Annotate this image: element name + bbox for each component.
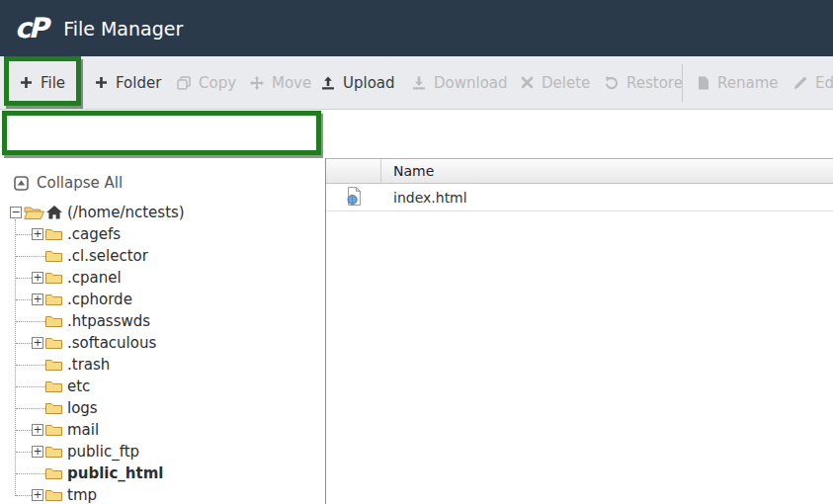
collapse-all-button[interactable]: Collapse All: [14, 174, 123, 192]
download-label: Download: [434, 74, 508, 92]
delete-x-icon: [521, 76, 534, 89]
new-file-button[interactable]: File: [20, 56, 65, 109]
move-label: Move: [272, 74, 311, 92]
file-list-panel: Name index.html: [325, 158, 833, 504]
open-folder-icon: [24, 206, 44, 219]
tree-item-label: mail: [67, 421, 99, 439]
folder-tree: −(/home/nctests)+.cagefs.cl.selector+.cp…: [0, 202, 325, 504]
copy-button[interactable]: Copy: [177, 56, 236, 109]
expand-node-icon[interactable]: +: [32, 272, 43, 284]
folder-icon: [45, 293, 62, 305]
top-bar: cP File Manager: [0, 0, 833, 56]
delete-button[interactable]: Delete: [521, 56, 590, 109]
folder-icon: [45, 379, 62, 392]
page-title: File Manager: [63, 18, 183, 40]
tree-item-label: .cl.selector: [67, 247, 148, 265]
address-row: Go Home Up One Level Back Forward Reload…: [0, 110, 833, 158]
tree-item-label: .htpasswds: [67, 312, 150, 330]
file-name[interactable]: index.html: [381, 190, 467, 206]
tree-item-htpasswds[interactable]: .htpasswds: [0, 310, 325, 332]
tree-item-trash[interactable]: .trash: [0, 354, 325, 376]
restore-icon: [605, 76, 619, 90]
folder-icon: [45, 271, 62, 284]
edit-button[interactable]: Edit: [793, 56, 833, 109]
icon-column-header: [326, 159, 381, 183]
new-file-label: File: [41, 74, 65, 92]
expand-node-icon[interactable]: +: [32, 294, 43, 305]
collapse-node-icon[interactable]: −: [10, 207, 22, 218]
plus-icon: [95, 76, 108, 89]
folder-icon: [45, 227, 62, 240]
toolbar-separator: [682, 64, 683, 102]
tree-item-label: .softaculous: [67, 334, 156, 352]
collapse-all-icon: [14, 176, 29, 191]
folder-icon: [45, 445, 62, 458]
tree-item-homenctests[interactable]: −(/home/nctests): [0, 202, 325, 223]
expand-node-icon[interactable]: +: [32, 337, 43, 349]
tree-item-tmp[interactable]: +tmp: [0, 484, 325, 504]
tree-item-label: public_html: [67, 464, 163, 482]
tree-item-label: tmp: [67, 486, 97, 504]
rename-button[interactable]: Rename: [698, 56, 779, 109]
folder-icon: [45, 249, 62, 262]
plus-icon: [20, 76, 33, 89]
file-row[interactable]: index.html: [326, 184, 833, 211]
file-icon: [698, 76, 709, 90]
tree-item-label: public_ftp: [67, 443, 139, 461]
upload-label: Upload: [343, 74, 395, 92]
collapse-all-label: Collapse All: [37, 174, 123, 192]
tree-item-label: etc: [67, 378, 90, 395]
rename-label: Rename: [717, 74, 779, 92]
download-icon: [412, 76, 426, 90]
cpanel-logo: cP: [15, 12, 49, 44]
tree-item-public_html[interactable]: public_html: [0, 462, 325, 484]
delete-label: Delete: [541, 74, 590, 92]
tree-item-etc[interactable]: etc: [0, 376, 325, 397]
folder-icon: [45, 358, 62, 371]
tree-item-label: .cagefs: [67, 225, 121, 243]
tree-item-label: .cpanel: [67, 269, 122, 287]
pencil-icon: [793, 76, 807, 90]
restore-label: Restore: [626, 74, 683, 92]
tree-item-label: .cphorde: [67, 291, 132, 308]
tree-item-label: (/home/nctests): [67, 204, 185, 221]
tree-item-clselector[interactable]: .cl.selector: [0, 245, 325, 267]
copy-label: Copy: [199, 74, 236, 92]
edit-label: Edit: [815, 74, 833, 92]
tree-item-public_ftp[interactable]: +public_ftp: [0, 441, 325, 462]
name-column-header[interactable]: Name: [381, 163, 434, 179]
move-button[interactable]: Move: [250, 56, 311, 109]
folder-icon: [45, 423, 62, 436]
folder-icon: [45, 401, 62, 414]
folder-icon: [45, 466, 62, 479]
file-table-body: index.html: [326, 184, 833, 211]
file-table-header: Name: [326, 158, 833, 184]
expand-node-icon[interactable]: +: [32, 446, 43, 458]
upload-button[interactable]: Upload: [321, 56, 395, 109]
tree-item-label: .trash: [67, 356, 110, 374]
folder-icon: [45, 488, 62, 501]
tree-item-cphorde[interactable]: +.cphorde: [0, 289, 325, 310]
folder-icon: [45, 314, 62, 327]
copy-icon: [177, 76, 191, 90]
folder-icon: [45, 336, 62, 349]
download-button[interactable]: Download: [412, 56, 508, 109]
new-folder-label: Folder: [116, 74, 161, 92]
toolbar: File Folder Copy Move Upload Download De…: [0, 56, 833, 110]
expand-node-icon[interactable]: +: [32, 424, 43, 436]
restore-button[interactable]: Restore: [605, 56, 683, 109]
tree-item-logs[interactable]: logs: [0, 397, 325, 419]
tree-item-cagefs[interactable]: +.cagefs: [0, 223, 325, 245]
tree-item-cpanel[interactable]: +.cpanel: [0, 267, 325, 289]
tree-item-label: logs: [67, 399, 98, 417]
upload-icon: [321, 76, 335, 90]
move-icon: [250, 76, 264, 90]
tree-item-softaculous[interactable]: +.softaculous: [0, 332, 325, 354]
sidebar: Collapse All −(/home/nctests)+.cagefs.cl…: [0, 158, 325, 504]
expand-node-icon[interactable]: +: [32, 489, 43, 501]
new-folder-button[interactable]: Folder: [95, 56, 161, 109]
html-file-icon: [345, 187, 363, 209]
tree-item-mail[interactable]: +mail: [0, 419, 325, 441]
expand-node-icon[interactable]: +: [32, 228, 43, 240]
home-icon: [46, 206, 62, 219]
